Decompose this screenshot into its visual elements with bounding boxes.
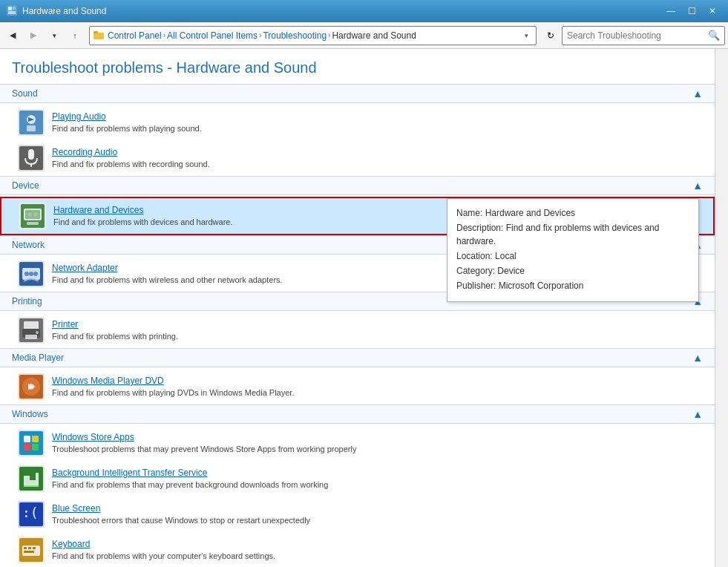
section-title-device: Device (12, 180, 692, 191)
tooltip-desc: Description: Find and fix problems with … (456, 221, 689, 248)
svg-rect-31 (25, 335, 37, 339)
windows-media-dvd-icon (18, 373, 45, 400)
bits-name[interactable]: Background Intelligent Transfer Service (52, 468, 703, 478)
printer-text: Printer Find and fix problems with print… (52, 319, 703, 341)
section-collapse-device[interactable]: ▲ (692, 180, 703, 191)
list-item[interactable]: Hardware and Devices Find and fix proble… (0, 197, 715, 235)
close-button[interactable]: ✕ (703, 4, 722, 19)
section-collapse-mediaplayer[interactable]: ▲ (692, 352, 703, 364)
list-item[interactable]: Printer Find and fix problems with print… (0, 312, 715, 348)
section-header-windows: Windows ▲ (0, 404, 715, 424)
list-item[interactable]: :( Blue Screen Troubleshoot errors that … (0, 496, 715, 532)
svg-rect-9 (27, 125, 36, 131)
back-button[interactable]: ◀ (3, 26, 22, 45)
section-header-device: Device ▲ (0, 176, 715, 195)
bits-text: Background Intelligent Transfer Service … (52, 468, 703, 490)
tooltip-name: Name: Hardware and Devices (456, 206, 689, 220)
blue-screen-name[interactable]: Blue Screen (52, 503, 703, 514)
bits-desc: Find and fix problems that may prevent b… (52, 480, 328, 489)
windows-store-desc: Troubleshoot problems that may prevent W… (52, 445, 356, 453)
breadcrumb: Control Panel › All Control Panel Items … (108, 30, 518, 41)
left-panel: Troubleshoot problems - Hardware and Sou… (0, 49, 715, 567)
list-item[interactable]: Recording Audio Find and fix problems wi… (0, 140, 715, 176)
hardware-devices-icon (19, 203, 46, 229)
printer-name[interactable]: Printer (52, 319, 703, 330)
title-bar-title: Hardware and Sound (22, 6, 661, 16)
refresh-button[interactable]: ↻ (541, 26, 560, 45)
section-title-sound: Sound (12, 88, 692, 99)
keyboard-text: Keyboard Find and fix problems with your… (52, 539, 703, 561)
address-dropdown-button[interactable]: ▾ (519, 27, 533, 45)
section-title-windows: Windows (12, 409, 692, 419)
list-item[interactable]: Playing Audio Find and fix problems with… (0, 105, 715, 140)
printer-icon (18, 317, 45, 344)
playing-audio-name[interactable]: Playing Audio (52, 111, 703, 122)
tooltip-publisher: Publisher: Microsoft Corporation (456, 279, 689, 292)
windows-media-dvd-text: Windows Media Player DVD Find and fix pr… (52, 376, 703, 398)
tooltip-location: Location: Local (456, 249, 689, 263)
windows-store-icon (18, 430, 45, 456)
title-bar-controls: — ☐ ✕ (661, 4, 722, 19)
recording-audio-name[interactable]: Recording Audio (52, 147, 703, 157)
breadcrumb-all-control-items[interactable]: All Control Panel Items (167, 30, 258, 41)
minimize-button[interactable]: — (661, 4, 681, 19)
title-bar: Hardware and Sound — ☐ ✕ (0, 0, 728, 22)
breadcrumb-troubleshooting[interactable]: Troubleshooting (263, 30, 327, 41)
forward-button[interactable]: ▶ (24, 26, 43, 45)
blue-screen-text: Blue Screen Troubleshoot errors that cau… (52, 503, 703, 525)
address-folder-icon (93, 29, 105, 42)
title-bar-icon (6, 4, 18, 19)
svg-rect-39 (24, 436, 30, 442)
svg-rect-53 (33, 547, 36, 549)
svg-rect-41 (24, 444, 30, 450)
playing-audio-desc: Find and fix problems with playing sound… (52, 124, 202, 133)
svg-point-19 (27, 212, 32, 217)
svg-rect-52 (28, 547, 31, 549)
section-header-mediaplayer: Media Player ▲ (0, 348, 715, 367)
network-adapter-desc: Find and fix problems with wireless and … (52, 275, 283, 284)
address-bar: Control Panel › All Control Panel Items … (89, 26, 537, 45)
svg-rect-5 (94, 31, 98, 33)
svg-rect-13 (30, 164, 32, 167)
breadcrumb-control-panel[interactable]: Control Panel (108, 30, 162, 41)
windows-media-dvd-desc: Find and fix problems with playing DVDs … (52, 388, 294, 397)
network-adapter-icon (18, 260, 45, 287)
windows-store-name[interactable]: Windows Store Apps (52, 432, 703, 442)
list-item[interactable]: Background Intelligent Transfer Service … (0, 461, 715, 496)
printer-desc: Find and fix problems with printing. (52, 332, 178, 341)
keyboard-name[interactable]: Keyboard (52, 539, 703, 549)
maximize-button[interactable]: ☐ (682, 4, 701, 19)
up-button[interactable]: ↑ (65, 26, 85, 45)
playing-audio-icon (18, 109, 45, 136)
section-device: Device ▲ (0, 176, 715, 235)
search-bar: 🔍 (562, 26, 725, 45)
tooltip-category: Category: Device (456, 264, 689, 278)
recording-audio-desc: Find and fix problems with recording sou… (52, 160, 210, 168)
svg-point-26 (33, 272, 38, 276)
keyboard-desc: Find and fix problems with your computer… (52, 551, 275, 560)
section-header-sound: Sound ▲ (0, 84, 715, 103)
playing-audio-text: Playing Audio Find and fix problems with… (52, 111, 703, 134)
list-item[interactable]: Keyboard Find and fix problems with your… (0, 532, 715, 567)
svg-rect-54 (24, 551, 34, 553)
svg-rect-42 (32, 444, 39, 450)
section-sound: Sound ▲ Playing Audio F (0, 84, 715, 176)
search-input[interactable] (567, 30, 705, 41)
hardware-devices-desc: Find and fix problems with devices and h… (53, 217, 233, 226)
list-item[interactable]: Windows Store Apps Troubleshoot problems… (0, 425, 715, 461)
recent-pages-button[interactable]: ▾ (45, 26, 64, 45)
svg-point-20 (33, 212, 38, 217)
svg-text::(: :( (22, 505, 39, 520)
blue-screen-desc: Troubleshoot errors that cause Windows t… (52, 516, 310, 525)
list-item[interactable]: Windows Media Player DVD Find and fix pr… (0, 369, 715, 404)
section-mediaplayer: Media Player ▲ Windows Media Play (0, 348, 715, 404)
windows-store-text: Windows Store Apps Troubleshoot problems… (52, 432, 703, 454)
section-collapse-sound[interactable]: ▲ (692, 88, 703, 99)
keyboard-icon (18, 537, 45, 563)
section-collapse-windows[interactable]: ▲ (692, 408, 703, 420)
windows-media-dvd-name[interactable]: Windows Media Player DVD (52, 376, 703, 386)
search-button[interactable]: 🔍 (708, 30, 720, 41)
bits-icon (18, 465, 45, 492)
section-title-mediaplayer: Media Player (12, 353, 692, 363)
svg-rect-40 (32, 436, 39, 442)
